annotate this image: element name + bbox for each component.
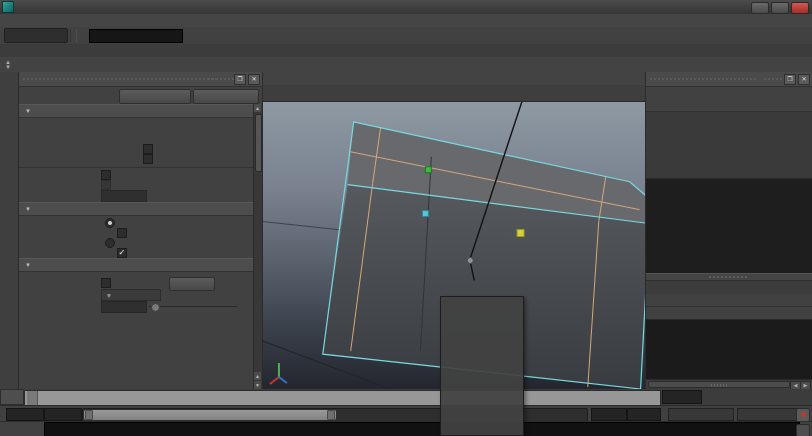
status-line [0,27,812,45]
range-end-handle[interactable] [327,410,335,420]
camera-based-selection-checkbox[interactable] [117,228,127,238]
time-slider [0,389,812,405]
step-size-field[interactable] [101,190,147,202]
relative-checkbox[interactable] [101,180,111,190]
command-input[interactable] [44,422,800,436]
character-set-dropdown[interactable] [737,408,801,421]
viewport-toolbar [263,85,645,102]
panel-restore-icon[interactable]: ❐ [234,74,246,85]
animation-end-field[interactable] [627,408,661,421]
timeline-strip[interactable] [24,390,661,406]
drag-radio[interactable] [105,238,115,248]
toolbox [0,72,19,389]
title-bar[interactable] [0,0,812,15]
shelf: ▲▼ [0,57,812,73]
layer-scrollbar[interactable]: ◀ ▶ [646,379,812,389]
panel-close-icon[interactable]: ✕ [798,74,810,85]
falloff-radius-field[interactable] [101,301,147,313]
range-start-handle[interactable] [85,410,93,420]
section-scale-settings[interactable]: ▼ [19,104,254,118]
playback-start-field[interactable] [6,408,44,421]
divider [70,29,77,42]
reset-tool-button[interactable] [119,89,191,104]
tool-settings-panel: ❐ ✕ ▼ [19,72,263,389]
panel-restore-icon[interactable]: ❐ [784,74,796,85]
discrete-scale-checkbox[interactable] [101,170,111,180]
tool-settings-header[interactable]: ❐ ✕ [19,72,262,87]
tool-help-button[interactable] [193,89,259,104]
close-button[interactable] [791,2,809,14]
section-soft-selection[interactable]: ▼ [19,258,254,272]
maya-logo-icon [2,1,14,13]
scroll-up-icon[interactable]: ▲ [254,104,261,112]
minimize-button[interactable] [751,2,769,14]
section-common-selection[interactable]: ▼ [19,202,254,216]
marquee-radio[interactable] [105,218,115,228]
panel-splitter[interactable] [646,273,812,281]
auto-keyframe-icon[interactable] [796,408,810,422]
channel-box-panel: ❐ ✕ ◀ ▶ [646,72,812,389]
current-time-field[interactable] [662,390,702,404]
animation-start-field[interactable] [44,408,82,421]
channel-box-header[interactable]: ❐ ✕ [646,72,812,87]
selection-field[interactable] [89,29,183,43]
scrollbar-thumb[interactable] [648,381,790,388]
channel-values-area[interactable] [646,178,812,273]
range-slider [0,405,812,422]
falloff-mode-dropdown[interactable]: ▾ [101,289,161,301]
shelf-menu-icon[interactable]: ▲▼ [2,58,14,71]
camera-paint-selection-checkbox[interactable]: ✓ [117,248,127,258]
layer-list-area[interactable] [646,319,812,379]
slider-handle[interactable] [151,303,160,312]
restore-button[interactable] [771,2,789,14]
falloff-radius-slider[interactable] [149,306,237,307]
context-menu [440,296,524,436]
range-slider-bar[interactable] [84,410,336,420]
menu-bar [0,14,812,28]
channel-box-node-list [646,112,812,178]
panel-close-icon[interactable]: ✕ [248,74,260,85]
current-frame-indicator[interactable] [27,391,38,405]
tool-settings-scrollbar[interactable]: ▲ ▲ ▼ [253,104,262,389]
command-line [0,421,812,436]
preserve-child-checkbox[interactable] [143,144,153,154]
selection-mode-dropdown[interactable] [4,28,68,43]
preserve-uvs-checkbox[interactable] [143,154,153,164]
maya-window: ▲▼ ❐ ✕ [0,0,812,436]
shelf-tabs [0,44,812,57]
viewport-menus [263,72,645,85]
playback-end-field[interactable] [591,408,627,421]
script-editor-icon[interactable] [796,424,810,436]
scroll-down-icon[interactable]: ▼ [254,381,261,389]
timeline-left-box [0,389,24,405]
scrollbar-thumb[interactable] [255,114,262,172]
soft-select-checkbox[interactable] [101,278,111,288]
scroll-up-2-icon[interactable]: ▲ [254,372,261,380]
anim-layer-dropdown[interactable] [668,408,734,421]
